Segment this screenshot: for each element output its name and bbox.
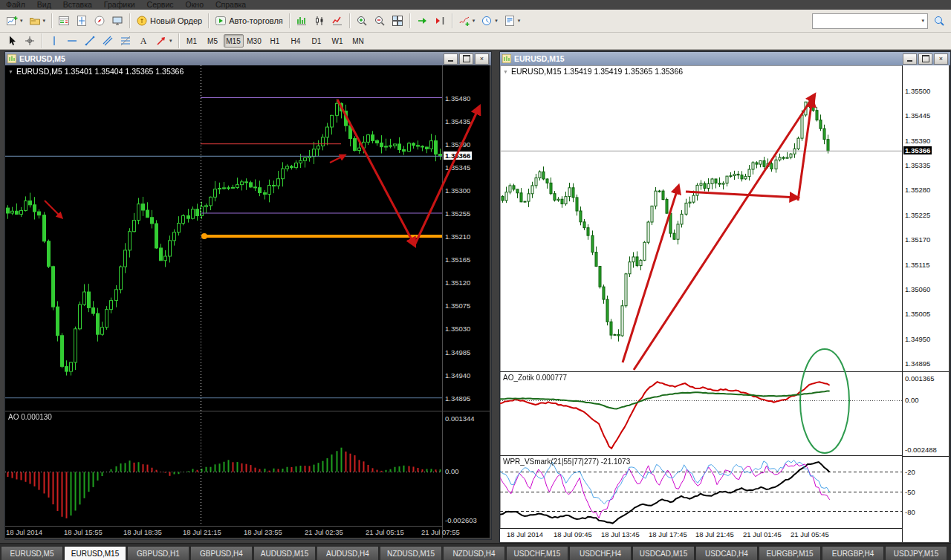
search-input[interactable] (816, 16, 921, 26)
menu-item[interactable]: Вид (37, 0, 51, 10)
tile-windows-icon (392, 15, 403, 27)
vertical-line-tool-button[interactable] (45, 33, 63, 48)
trendline-icon (84, 35, 96, 47)
menu-item[interactable]: Файл (6, 0, 25, 10)
timeframe-m30[interactable]: M30 (244, 34, 264, 48)
timeframe-h1[interactable]: H1 (265, 34, 285, 48)
ao-zotik-canvas[interactable] (500, 372, 902, 455)
periods-button[interactable]: ▾ (478, 12, 501, 30)
current-price-badge: 1.35366 (903, 146, 932, 154)
profiles-icon (29, 15, 41, 27)
line-chart-button[interactable] (328, 12, 346, 30)
terminal-button[interactable] (108, 12, 126, 30)
timeframe-mn[interactable]: MN (348, 34, 369, 48)
text-tool-button[interactable]: A (134, 33, 152, 48)
chart-tab[interactable]: AUDUSD,M15 (253, 546, 316, 560)
menu-item[interactable]: Окно (186, 0, 204, 10)
chart-tab[interactable]: EURUSD,M5 (1, 546, 63, 560)
data-window-button[interactable] (73, 12, 91, 30)
chart-window-eurusd-m5: EURUSD,M5 × ▼ EURUSD,M5 1.35401 1.35404 … (4, 51, 492, 540)
time-label: 18 Jul 15:55 (64, 528, 103, 536)
chart-tab[interactable]: USDCHF,H4 (569, 546, 632, 560)
navigator-button[interactable] (91, 12, 108, 30)
indicator-scale-label: 0.001344 (445, 414, 475, 423)
new-order-button[interactable]: Новый Ордер (133, 12, 205, 30)
new-chart-button[interactable]: ▾ (3, 12, 26, 30)
zoom-in-button[interactable] (353, 12, 371, 30)
mt4-app: ФайлВидВставкаГрафикиСервисОкноСправка ▾… (0, 0, 951, 560)
chart-tab[interactable]: GBPUSD,H1 (127, 546, 189, 560)
search-button[interactable] (930, 12, 948, 30)
timeframe-h4[interactable]: H4 (286, 34, 306, 48)
window-titlebar[interactable]: EURUSD,M5 × (5, 52, 491, 65)
auto-scroll-button[interactable] (413, 12, 431, 30)
autotrading-button[interactable]: Авто-торговля (212, 12, 286, 30)
fibonacci-tool-button[interactable] (117, 33, 134, 48)
window-close-button[interactable]: × (475, 53, 489, 65)
chart-tab[interactable]: USDJPY,M15 (885, 546, 947, 560)
chart-shift-button[interactable] (431, 12, 449, 30)
chart-tab[interactable]: EURGBP,H4 (822, 546, 884, 560)
chart-tab[interactable]: USDCAD,H4 (695, 546, 758, 560)
chart-tab[interactable]: EURUSD,M15 (64, 546, 126, 560)
channel-tool-button[interactable] (99, 33, 117, 48)
cursor-button[interactable] (3, 33, 21, 48)
menu-item[interactable]: Справка (215, 0, 246, 10)
bar-chart-button[interactable] (293, 12, 311, 30)
bar-chart-icon (296, 15, 308, 27)
window-maximize-button[interactable] (459, 53, 473, 65)
timeframe-d1[interactable]: D1 (307, 34, 327, 48)
menu-item[interactable]: Графики (104, 0, 135, 10)
chart-tab[interactable]: EURGBP,M15 (759, 546, 821, 560)
chart-tab[interactable]: GBPUSD,H4 (190, 546, 253, 560)
market-watch-button[interactable] (55, 12, 73, 30)
price-chart-canvas-m5[interactable] (5, 65, 442, 411)
candlestick-chart-button[interactable] (311, 12, 328, 30)
time-label: 18 Jul 2014 (6, 528, 42, 536)
wpr-canvas[interactable] (500, 456, 902, 528)
menu-item[interactable]: Сервис (147, 0, 174, 10)
chart-tab[interactable]: USDCAD,M15 (632, 546, 695, 560)
menu-item[interactable]: Вставка (63, 0, 92, 10)
tile-windows-button[interactable] (389, 12, 406, 30)
timeframe-m5[interactable]: M5 (203, 34, 223, 48)
zoom-out-button[interactable] (371, 12, 389, 30)
indicator-scale-label: -20 (905, 468, 915, 476)
chart-tab-label: EURUSD,M15 (71, 550, 119, 558)
chart-tab-label: USDCAD,H4 (705, 550, 748, 558)
fibonacci-icon (120, 35, 132, 47)
chart-tab[interactable]: USDCHF,M15 (506, 546, 568, 560)
timeframe-w1[interactable]: W1 (328, 34, 348, 48)
price-chart-canvas-m15[interactable] (500, 65, 902, 371)
ao-indicator-canvas-m5[interactable] (5, 411, 442, 526)
window-minimize-button[interactable] (903, 53, 917, 65)
window-maximize-button[interactable] (918, 53, 932, 65)
time-label: 21 Jul 01:45 (743, 530, 782, 538)
zoom-in-icon (356, 15, 368, 27)
templates-button[interactable]: ▾ (501, 12, 524, 30)
dropdown-arrow-icon: ▾ (473, 18, 476, 24)
chart-tab[interactable]: AUDUSD,H4 (317, 546, 379, 560)
cursor-icon (6, 35, 18, 47)
trendline-tool-button[interactable] (81, 33, 99, 48)
window-close-button[interactable]: × (934, 53, 948, 65)
timeframe-m1[interactable]: M1 (182, 34, 202, 48)
navigator-icon (94, 15, 106, 27)
time-label: 21 Jul 05:15 (366, 528, 404, 536)
indicators-icon (458, 15, 470, 27)
window-titlebar[interactable]: EURUSD,M15 × (500, 52, 950, 65)
timeframe-m15[interactable]: M15 (224, 34, 244, 48)
indicators-button[interactable]: ▾ (455, 12, 478, 30)
profiles-button[interactable]: ▾ (26, 12, 49, 30)
chart-tab[interactable]: NZDUSD,H4 (443, 546, 505, 560)
arrows-tool-button[interactable]: ▾ (152, 33, 175, 48)
window-minimize-button[interactable] (444, 53, 458, 65)
crosshair-button[interactable] (21, 33, 39, 48)
horizontal-line-tool-button[interactable] (63, 33, 81, 48)
channel-icon (102, 35, 114, 47)
time-label: 18 Jul 21:45 (695, 530, 734, 538)
dropdown-arrow-icon: ▾ (518, 18, 521, 24)
chart-tab-label: EURGBP,H4 (832, 550, 874, 558)
dropdown-arrow-icon: ▾ (495, 18, 498, 24)
chart-tab[interactable]: NZDUSD,M15 (380, 546, 442, 560)
